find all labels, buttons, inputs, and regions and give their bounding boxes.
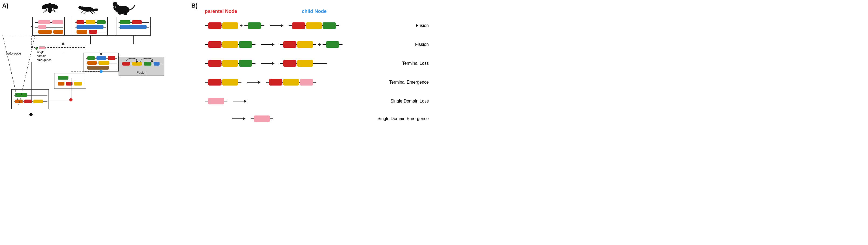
event-row-terminal-emergence: Terminal Emergence [197,76,431,89]
event-row-single-domain-emergence: Single Domain Emergence [197,112,431,123]
line-insect-v [49,35,49,44]
label-fission: Fission [415,42,429,47]
outgroups-triangle [0,13,38,108]
main-container: A) [0,0,434,123]
tree-line-v1 [71,78,71,100]
insect-silhouette [42,1,58,17]
svg-point-3 [48,3,52,7]
line-to-insect [31,26,33,27]
dashed-to-fusion [71,72,100,72]
panel-b-label: B) [191,2,197,9]
svg-point-19 [115,6,116,7]
outgroups-label: outgroups [6,51,22,55]
svg-marker-28 [99,53,103,56]
svg-line-14 [90,11,93,14]
lizard-gene-box [73,17,108,36]
panel-a: A) [0,0,189,123]
fusion-box: Fusion [119,57,164,76]
panel-a-label: A) [2,2,8,9]
svg-point-10 [79,6,82,9]
svg-line-23 [19,35,35,105]
line-lizard-v [90,35,91,44]
child-node-label: child Node [302,9,327,14]
label-terminal-loss: Terminal Loss [402,61,429,66]
event-row-fission: + Fission [197,38,431,51]
small-gene-box [54,73,86,89]
panel-b: B) parental Node child Node + [189,0,434,123]
fusion-label: Fusion [136,71,146,75]
red-dot [69,98,72,102]
event-row-fusion: + [197,19,431,32]
svg-line-12 [81,11,84,13]
dashed-fusion-v [119,56,119,72]
event-row-single-domain-loss: Single Domain Loss [197,94,431,108]
tree-trunk [31,62,32,100]
parental-node-label: parental Node [205,9,237,14]
line-top-h [49,35,133,36]
event-row-terminal-loss: Terminal Loss [197,57,431,70]
svg-marker-26 [61,42,65,45]
lizard-silhouette [77,1,98,15]
svg-point-20 [118,12,122,15]
label-single-domain-loss: Single Domain Loss [391,99,429,104]
svg-line-22 [3,35,19,105]
svg-line-13 [84,11,86,14]
mouse-gene-box [116,17,151,36]
dashed-v1 [31,36,32,48]
black-dot [29,113,33,116]
label-fusion: Fusion [416,23,429,28]
tree-line-h1 [31,100,71,100]
line-mouse-v [133,35,134,44]
arrow-up [60,42,66,53]
svg-point-18 [113,2,117,7]
mouse-silhouette [112,0,136,16]
label-single-domain-emergence: Single Domain Emergence [377,116,429,121]
label-terminal-emergence: Terminal Emergence [389,80,429,85]
arrow-down-intermediate [99,50,103,56]
